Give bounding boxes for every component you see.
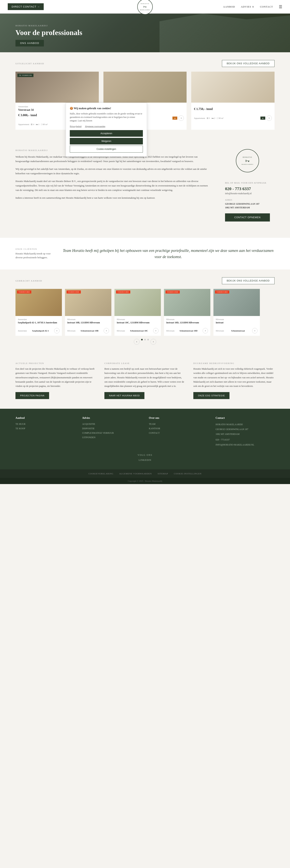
aanbod-arrow-1[interactable]: › [54,328,60,333]
property-type-3: Appartement [194,117,205,119]
featured-action-button[interactable]: BEKIJK ONS VOLLEDIGE AANBOD [222,60,275,67]
footer-cookie-instellingen-link[interactable]: COOKIE-INSTELLINGEN [174,472,202,475]
footer-link-te-koop[interactable]: TE KOOP [15,427,74,430]
aanbod-card-5: Verhuurd Hilversum instraat Hilversum Sc… [213,289,260,336]
footer-linkedin-link[interactable]: LINKEDIN [139,459,151,461]
contact-box: BEL OF MAIL VOOR EEN AFSPRAAK 020 - 773 … [220,177,275,226]
testimonial-label: ONZE CLIËNTEN [15,248,54,250]
aanbod-card-3: Verhuurd Hilversum instraat 10C, 1211BM … [114,289,161,336]
footer-email: INFO@HORATIO-MAKELAARDIJ.NL [216,443,275,447]
cookie-banner: 🍪 Wij maken gebruik van cookies! Hallo, … [66,103,147,157]
nav-aanbod-link[interactable]: AANBOD [223,5,235,8]
about-sidebar: HORATIO 🗝 MAKELAARDIJ BEL OF MAIL VOOR E… [220,149,275,226]
col-text-1: Een deel van de projecten die Horatio Ma… [15,367,97,388]
footer-link-uitponden[interactable]: UITPONDEN [82,436,141,439]
footer-sitemap-link[interactable]: SITEMAP [157,472,168,475]
nav-contact-link[interactable]: CONTACT [260,5,273,8]
col-label-2: CORPORATE LEASE [104,362,186,364]
cookie-settings-button[interactable]: Cookie-instellingen [70,146,143,153]
footer-col-advies: Advies ACQUISITIE DISPOSITIE COMPLEXMATI… [82,416,141,448]
footer-link-te-huur[interactable]: TE HUUR [15,423,74,426]
property-beds-3: 🛏 2 [212,117,215,119]
testimonial-section: ONZE CLIËNTEN Horatio Makelaardij treedt… [0,238,290,270]
cookie-privacy-link[interactable]: Privacybeleid [70,125,81,127]
property-size-3: □ 90 m² [217,117,223,119]
about-paragraph-2: Wij zijn gevestigd in het zakelijk hart … [15,167,209,176]
aanbod-image-3: Verhuurd [114,289,161,316]
aanbod-card-2: Verhuurd Hilversum instraat 10B, 1211BM … [65,289,111,336]
col-text-2: Bent u namens een bedrijf op zoek naar e… [104,367,186,388]
cookie-accept-button[interactable]: Accepteren [70,130,143,137]
footer-bottom: COOKIEVERKLARING ALGEMENE VOORWAARDEN SI… [0,469,290,478]
hero-cta-button[interactable]: ONS AANBOD [15,40,44,46]
aanbod-city-4: Hilversum [166,318,208,320]
property-type-1: Appartement [18,123,29,125]
footer-algemene-voorwaarden-link[interactable]: ALGEMENE VOORWAARDEN [119,472,152,475]
property-image-2 [103,72,187,103]
footer-col-title-over-ons: Over ons [149,416,208,420]
footer-link-acquisitie[interactable]: ACQUISITIE [82,423,141,426]
property-info-3: € 1.750,- /mnd [191,103,275,115]
contact-addr: GEORGE GERSHWINLAAN 1871082 MT AMSTERDAM [225,202,270,210]
footer-copyright: Copyright © 2025 · Horatio Makelaardij [0,478,290,484]
property-status-tag-2: ▲ [173,117,177,120]
aanbod-arrow-4[interactable]: › [203,328,208,333]
hero-building-visual [145,13,290,52]
scroll-right-arrow[interactable]: › [150,339,156,345]
aanbod-name-4: instraat 10D, 1211BM Hilversum [166,321,208,324]
col-label-1: ACTUELE PROJECTEN [15,362,97,364]
hamburger-icon[interactable]: ☰ [279,4,282,9]
hero-subtitle: HORATIO MAKELAARDIJ [15,24,82,27]
col-btn-1[interactable]: PROJECTEN PAGINA [15,392,49,399]
property-nav-3: Appartement ⊞ 3 🛏 2 □ 90 m² ▲ › [191,115,275,124]
footer-cookieverklaring-link[interactable]: COOKIEVERKLARING [88,472,113,475]
property-features-1: Appartement ⊞ 4 🛏 1 □ 80 m² [18,123,48,126]
footer-col-title-advies: Advies [82,416,141,420]
cookie-terms-link[interactable]: Algemene voorwaarden [85,125,105,127]
aanbod-info-1: Amsterdam Sarphatipark 62-1, 1073EA Amst… [15,316,62,327]
aanbod-info-5: Hilversum instraat [213,316,260,327]
aanbod-badge-3: Verhuurd [116,290,130,293]
footer-link-complexmatige[interactable]: COMPLEXMATIGE VERHUUR [82,432,141,434]
aanbod-image-2: Verhuurd [65,289,111,316]
scroll-dot-3[interactable] [147,339,149,340]
scroll-controls: ‹ › [15,339,275,345]
aanbod-image-4: Verhuurd [164,289,210,316]
aanbod-city-3: Hilversum [117,318,158,320]
nav-advies-link[interactable]: ADVIES ∨ [241,5,254,8]
property-arrow-2[interactable]: › [178,115,184,121]
aanbod-footer-1: Amsterdam Sarphatipark 62-1 › [15,327,62,336]
contact-opnemen-button[interactable]: CONTACT OPNEMEN [225,213,270,221]
footer-link-team[interactable]: TEAM [149,423,208,426]
aanbod-arrow-5[interactable]: › [252,328,257,333]
footer-col-aanbod: Aanbod TE HUUR TE KOOP [15,416,74,448]
aanbod-arrow-3[interactable]: › [153,328,158,333]
footer-company-name: HORATIO MAKELAARDIJ [216,423,275,426]
direct-contact-button[interactable]: DIRECT CONTACT → [8,3,44,10]
col-btn-2[interactable]: NAAR HET HUURAA NBOD [104,392,144,399]
about-logo-box: HORATIO 🗝 MAKELAARDIJ [236,149,259,172]
property-arrow-3[interactable]: › [266,115,272,121]
footer-link-kantoor[interactable]: KANTOOR [149,427,208,430]
contact-email: info@horatio-makelaardij.nl [225,192,270,195]
aanbod-name-label-5: Schoutenstraat [231,330,245,332]
aanbod-name-label-4: Schoutenstraat 10D [180,330,197,332]
cookie-reject-button[interactable]: Weigeren [70,138,143,145]
scroll-left-arrow[interactable]: ‹ [134,339,140,345]
aanbod-card-1: Verhuurd Amsterdam Sarphatipark 62-1, 10… [15,289,62,336]
footer-address-2: 1082 MT AMSTERDAM [216,432,275,436]
col-btn-3[interactable]: ONZE ESG STRATEGIE [193,392,229,399]
property-tags-3: ▲ › [260,115,272,121]
scroll-dot-2[interactable] [144,339,146,340]
footer-link-contact[interactable]: CONTACT [149,432,208,434]
footer-link-dispositie[interactable]: DISPOSITIE [82,427,141,430]
aanbod-badge-1: Verhuurd [17,290,31,293]
featured-header: UITGELICHT AANBOD BEKIJK ONS VOLLEDIGE A… [15,60,275,67]
aanbod-arrow-2[interactable]: › [104,328,109,333]
aanbod-info-3: Hilversum instraat 10C, 1211BM Hilversum [114,316,161,327]
aanbod-name-label-3: Schoutenstraat 10C [130,330,148,332]
nav-right: AANBOD ADVIES ∨ CONTACT ☰ [223,4,282,9]
aanbod-action-button[interactable]: BEKIJK ONS VOLLEDIGE AANBOD [222,277,275,284]
property-price-3: € 1.750,- /mnd [194,107,272,111]
scroll-dot-1[interactable] [141,339,143,340]
